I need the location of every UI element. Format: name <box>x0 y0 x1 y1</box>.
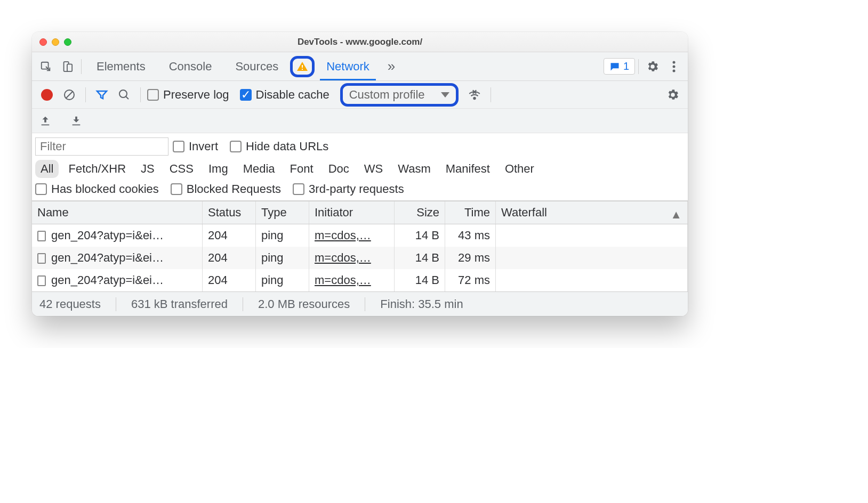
cell-time: 43 ms <box>445 224 496 247</box>
col-name[interactable]: Name <box>32 201 203 224</box>
message-icon <box>609 61 620 72</box>
issues-button[interactable]: 1 <box>604 58 635 75</box>
status-requests: 42 requests <box>39 297 116 311</box>
filter-toggle-icon[interactable] <box>92 88 111 101</box>
network-settings-icon[interactable] <box>663 88 682 102</box>
svg-point-6 <box>673 65 676 68</box>
cell-name: gen_204?atyp=i&ei… <box>32 269 203 291</box>
disable-cache-label: Disable cache <box>256 88 329 102</box>
cell-initiator[interactable]: m=cdos,… <box>309 247 395 269</box>
filter-type-font[interactable]: Font <box>285 160 319 178</box>
third-party-label: 3rd-party requests <box>309 182 404 196</box>
warning-icon <box>296 60 309 73</box>
filter-type-js[interactable]: JS <box>135 160 160 178</box>
col-type[interactable]: Type <box>256 201 309 224</box>
col-initiator[interactable]: Initiator <box>309 201 395 224</box>
device-toggle-icon[interactable] <box>57 56 78 77</box>
divider <box>491 87 491 102</box>
col-status[interactable]: Status <box>203 201 256 224</box>
svg-point-7 <box>673 69 676 72</box>
tableask: gen_204?atyp=i&ei…204pingm=cdos,…14 B43 … <box>32 224 688 291</box>
svg-line-9 <box>66 92 73 98</box>
filter-type-manifest[interactable]: Manifest <box>440 160 495 178</box>
kebab-menu-icon[interactable] <box>663 56 685 77</box>
cell-name: gen_204?atyp=i&ei… <box>32 224 203 247</box>
cell-type: ping <box>256 224 309 247</box>
status-finish: Finish: 35.5 min <box>380 297 478 311</box>
search-icon[interactable] <box>115 88 134 101</box>
tab-console[interactable]: Console <box>157 52 224 80</box>
blocked-requests-toggle[interactable]: Blocked Requests <box>171 182 281 196</box>
svg-rect-2 <box>67 64 72 71</box>
divider <box>140 87 141 102</box>
col-waterfall[interactable]: Waterfall ▲ <box>496 201 688 224</box>
invert-toggle[interactable]: Invert <box>173 140 218 153</box>
more-tabs-button[interactable]: » <box>381 52 401 80</box>
cell-waterfall <box>496 224 688 247</box>
cell-name: gen_204?atyp=i&ei… <box>32 247 203 269</box>
filter-type-img[interactable]: Img <box>203 160 234 178</box>
issues-count: 1 <box>623 60 629 72</box>
filter-input[interactable] <box>35 137 168 156</box>
svg-point-10 <box>119 90 127 98</box>
document-icon <box>37 231 46 241</box>
hide-data-urls-toggle[interactable]: Hide data URLs <box>230 140 328 153</box>
filter-bar: Invert Hide data URLs All Fetch/XHR JS C… <box>32 133 688 201</box>
filter-type-media[interactable]: Media <box>238 160 280 178</box>
third-party-toggle[interactable]: 3rd-party requests <box>293 182 404 196</box>
checkbox-unchecked-icon <box>293 183 304 195</box>
tab-elements[interactable]: Elements <box>85 52 157 80</box>
cell-size: 14 B <box>395 224 445 247</box>
filter-type-wasm[interactable]: Wasm <box>392 160 436 178</box>
svg-rect-3 <box>302 65 303 68</box>
svg-point-12 <box>473 97 475 99</box>
filter-type-doc[interactable]: Doc <box>323 160 355 178</box>
panel-tabs: Elements Console Sources Network » <box>85 52 401 80</box>
col-time[interactable]: Time <box>445 201 496 224</box>
window-title: DevTools - www.google.com/ <box>32 37 688 47</box>
cell-status: 204 <box>203 247 256 269</box>
disable-cache-toggle[interactable]: ✓ Disable cache <box>240 88 329 102</box>
network-conditions-icon[interactable] <box>465 88 484 102</box>
filter-type-other[interactable]: Other <box>500 160 540 178</box>
cell-size: 14 B <box>395 269 445 291</box>
filter-type-fetch[interactable]: Fetch/XHR <box>63 160 131 178</box>
table-row[interactable]: gen_204?atyp=i&ei…204pingm=cdos,…14 B29 … <box>32 247 688 269</box>
cell-initiator[interactable]: m=cdos,… <box>309 224 395 247</box>
table-row[interactable]: gen_204?atyp=i&ei…204pingm=cdos,…14 B43 … <box>32 224 688 247</box>
throttling-select[interactable]: Custom profile <box>340 83 459 107</box>
network-toolbar: Preserve log ✓ Disable cache Custom prof… <box>32 81 688 109</box>
sort-asc-icon: ▲ <box>670 208 682 222</box>
filter-type-all[interactable]: All <box>35 160 59 178</box>
filter-type-css[interactable]: CSS <box>164 160 199 178</box>
checkbox-unchecked-icon <box>173 141 184 152</box>
settings-icon[interactable] <box>642 56 663 77</box>
download-icon[interactable] <box>70 115 82 127</box>
tab-network[interactable]: Network <box>315 52 381 80</box>
tab-sources[interactable]: Sources <box>223 52 290 80</box>
status-resources: 2.0 MB resources <box>258 297 365 311</box>
upload-icon[interactable] <box>39 115 51 127</box>
har-toolbar <box>32 109 688 133</box>
status-transferred: 631 kB transferred <box>131 297 243 311</box>
invert-label: Invert <box>189 140 218 153</box>
col-size[interactable]: Size <box>395 201 445 224</box>
svg-rect-4 <box>302 69 303 70</box>
devtools-window: DevTools - www.google.com/ Elements Cons… <box>32 32 688 316</box>
preserve-log-label: Preserve log <box>163 88 229 102</box>
preserve-log-toggle[interactable]: Preserve log <box>147 88 229 102</box>
table-header: Name Status Type Initiator Size Time Wat… <box>32 201 688 224</box>
cell-waterfall <box>496 247 688 269</box>
cell-waterfall <box>496 269 688 291</box>
inspect-element-icon[interactable] <box>35 56 57 77</box>
cell-initiator[interactable]: m=cdos,… <box>309 269 395 291</box>
checkbox-unchecked-icon <box>35 183 47 195</box>
cell-type: ping <box>256 247 309 269</box>
table-row[interactable]: gen_204?atyp=i&ei…204pingm=cdos,…14 B72 … <box>32 269 688 291</box>
dropdown-icon <box>441 92 449 98</box>
warning-highlight <box>290 56 315 77</box>
blocked-cookies-toggle[interactable]: Has blocked cookies <box>35 182 159 196</box>
filter-type-ws[interactable]: WS <box>359 160 388 178</box>
clear-button[interactable] <box>60 88 79 101</box>
record-button[interactable] <box>37 89 57 101</box>
